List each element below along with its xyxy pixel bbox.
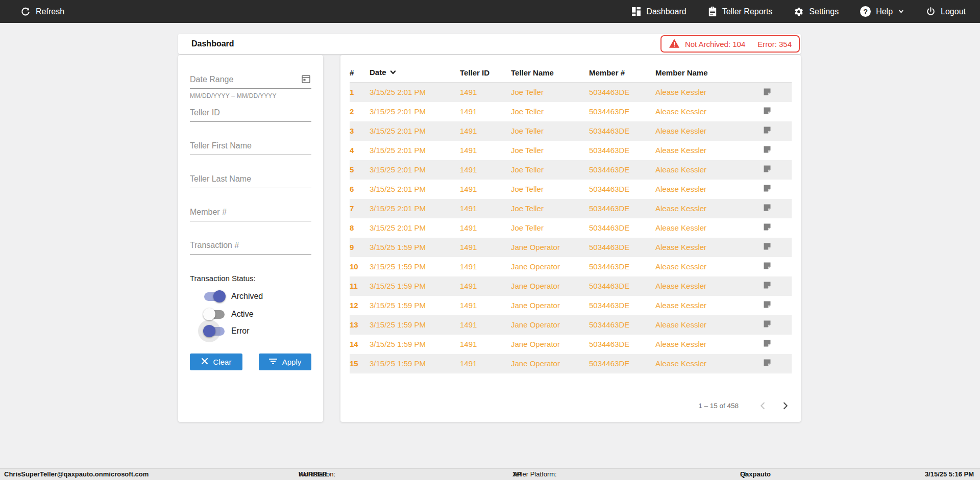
table-row[interactable]: 13 3/15/25 1:59 PM 1491 Jane Operator 50… (350, 315, 792, 335)
toggle-error-switch (204, 327, 225, 336)
toggle-active[interactable]: Active (204, 308, 254, 321)
nav-logout[interactable]: Logout (926, 7, 966, 16)
table-row[interactable]: 4 3/15/25 2:01 PM 1491 Joe Teller 503446… (350, 141, 792, 160)
cell-member-name: Alease Kessler (655, 218, 742, 238)
note-icon[interactable] (763, 88, 771, 97)
row-number: 5 (350, 160, 370, 180)
table-row[interactable]: 12 3/15/25 1:59 PM 1491 Jane Operator 50… (350, 296, 792, 315)
note-icon[interactable] (763, 223, 771, 233)
row-number: 9 (350, 238, 370, 257)
cell-member-number: 5034463DE (589, 180, 655, 199)
cell-member-name: Alease Kessler (655, 180, 742, 199)
cell-member-name: Alease Kessler (655, 296, 742, 315)
cell-member-name: Alease Kessler (655, 335, 742, 354)
teller-id-input[interactable] (190, 106, 311, 122)
power-icon (926, 7, 936, 16)
teller-first-name-input[interactable] (190, 139, 311, 155)
calendar-icon[interactable] (300, 74, 311, 85)
row-number: 13 (350, 315, 370, 335)
nav-dashboard[interactable]: Dashboard (631, 7, 686, 16)
page-header: Dashboard Not Archived: 104 Error: 354 (178, 34, 801, 54)
cell-member-name: Alease Kessler (655, 257, 742, 276)
cell-member-name: Alease Kessler (655, 160, 742, 180)
note-icon[interactable] (763, 281, 771, 291)
table-row[interactable]: 9 3/15/25 1:59 PM 1491 Jane Operator 503… (350, 238, 792, 257)
note-icon[interactable] (763, 204, 771, 213)
note-icon[interactable] (763, 359, 771, 368)
table-row[interactable]: 8 3/15/25 2:01 PM 1491 Joe Teller 503446… (350, 218, 792, 238)
column-header-teller-id[interactable]: Teller ID (460, 63, 511, 83)
table-row[interactable]: 2 3/15/25 2:01 PM 1491 Joe Teller 503446… (350, 102, 792, 121)
chevron-down-icon (898, 8, 904, 15)
member-number-input[interactable] (190, 206, 311, 221)
table-row[interactable]: 1 3/15/25 2:01 PM 1491 Joe Teller 503446… (350, 83, 792, 102)
refresh-icon (20, 7, 31, 17)
clear-button[interactable]: Clear (190, 353, 242, 370)
clear-x-icon (201, 358, 208, 366)
nav-help[interactable]: ? Help (860, 6, 904, 17)
refresh-button[interactable]: Refresh (20, 0, 64, 23)
gear-icon (794, 7, 804, 17)
toggle-archived[interactable]: Archived (204, 290, 263, 303)
table-row[interactable]: 6 3/15/25 2:01 PM 1491 Joe Teller 503446… (350, 180, 792, 199)
cell-member-number: 5034463DE (589, 354, 655, 373)
date-range-field-wrap (190, 73, 311, 89)
note-icon[interactable] (763, 300, 771, 310)
cell-teller-name: Joe Teller (511, 121, 589, 141)
cell-member-number: 5034463DE (589, 160, 655, 180)
cell-teller-id: 1491 (460, 102, 511, 121)
cell-member-name: Alease Kessler (655, 315, 742, 335)
cell-teller-id: 1491 (460, 199, 511, 218)
note-icon[interactable] (763, 184, 771, 194)
cell-member-name: Alease Kessler (655, 276, 742, 296)
table-row[interactable]: 7 3/15/25 2:01 PM 1491 Joe Teller 503446… (350, 199, 792, 218)
date-range-input[interactable] (190, 73, 311, 89)
cell-teller-name: Jane Operator (511, 354, 589, 373)
note-icon[interactable] (763, 320, 771, 330)
note-icon[interactable] (763, 242, 771, 252)
note-icon[interactable] (763, 145, 771, 155)
nav-settings[interactable]: Settings (794, 7, 839, 17)
pagination-range-label: 1 – 15 of 458 (698, 402, 739, 410)
column-header-note (742, 63, 792, 83)
cell-teller-name: Joe Teller (511, 218, 589, 238)
toggle-active-switch (204, 310, 225, 319)
column-header-teller-name[interactable]: Teller Name (511, 63, 589, 83)
row-number: 4 (350, 141, 370, 160)
toggle-error[interactable]: Error (204, 324, 250, 338)
nav-teller-reports[interactable]: Teller Reports (708, 7, 773, 17)
cell-teller-id: 1491 (460, 180, 511, 199)
alert-error-count: Error: 354 (757, 40, 792, 48)
column-header-date[interactable]: Date (370, 63, 460, 83)
next-page-button[interactable] (778, 399, 792, 412)
workstation-info: Workstation: KURRER (299, 469, 327, 480)
warning-icon (669, 38, 680, 50)
table-row[interactable]: 3 3/15/25 2:01 PM 1491 Joe Teller 503446… (350, 121, 792, 141)
note-icon[interactable] (763, 339, 771, 349)
note-icon[interactable] (763, 262, 771, 271)
table-row[interactable]: 14 3/15/25 1:59 PM 1491 Jane Operator 50… (350, 335, 792, 354)
column-header-number[interactable]: # (350, 63, 370, 83)
apply-button[interactable]: Apply (259, 353, 311, 370)
note-icon[interactable] (763, 126, 771, 136)
refresh-label: Refresh (36, 7, 64, 16)
column-header-member-name[interactable]: Member Name (655, 63, 742, 83)
toggle-archived-label: Archived (231, 292, 263, 301)
table-row[interactable]: 11 3/15/25 1:59 PM 1491 Jane Operator 50… (350, 276, 792, 296)
teller-last-name-input[interactable] (190, 172, 311, 188)
note-icon[interactable] (763, 165, 771, 174)
table-row[interactable]: 15 3/15/25 1:59 PM 1491 Jane Operator 50… (350, 354, 792, 373)
table-row[interactable]: 5 3/15/25 2:01 PM 1491 Joe Teller 503446… (350, 160, 792, 180)
row-number: 1 (350, 83, 370, 102)
apply-button-label: Apply (282, 358, 302, 366)
table-row[interactable]: 10 3/15/25 1:59 PM 1491 Jane Operator 50… (350, 257, 792, 276)
filter-panel: MM/DD/YYYY – MM/DD/YYYY Transaction Stat… (178, 55, 323, 422)
cell-teller-name: Jane Operator (511, 315, 589, 335)
toggle-error-label: Error (231, 326, 250, 336)
transaction-number-input[interactable] (190, 239, 311, 255)
column-header-member-number[interactable]: Member # (589, 63, 655, 83)
note-icon[interactable] (763, 107, 771, 116)
teller-last-name-field-wrap (190, 172, 311, 188)
cell-member-number: 5034463DE (589, 218, 655, 238)
transaction-number-field-wrap (190, 239, 311, 255)
